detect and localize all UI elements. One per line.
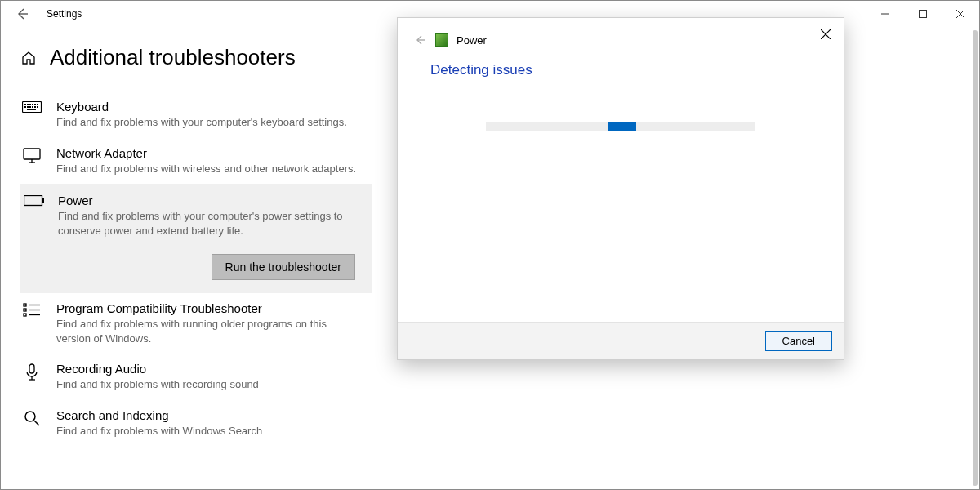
settings-window: Settings Additional troubleshooters Keyb…	[0, 0, 980, 490]
item-title: Search and Indexing	[56, 408, 363, 422]
svg-rect-16	[37, 106, 38, 108]
dialog-close-button[interactable]	[817, 26, 834, 42]
dialog-status: Detecting issues	[430, 62, 811, 78]
svg-rect-14	[32, 106, 33, 108]
maximize-button[interactable]	[904, 1, 942, 27]
svg-rect-7	[29, 104, 31, 105]
item-title: Network Adapter	[56, 146, 363, 160]
item-desc: Find and fix problems with your computer…	[58, 209, 363, 238]
svg-rect-5	[24, 104, 26, 105]
svg-rect-11	[24, 106, 26, 108]
close-icon	[821, 29, 831, 39]
troubleshooter-compat[interactable]: Program Compatibility Troubleshooter Fin…	[20, 293, 372, 354]
list-icon	[23, 303, 41, 318]
close-icon	[956, 10, 964, 18]
item-desc: Find and fix problems with recording sou…	[56, 377, 363, 392]
search-icon	[24, 410, 40, 426]
svg-rect-29	[29, 364, 34, 373]
item-title: Program Compatibility Troubleshooter	[56, 301, 363, 315]
svg-rect-9	[34, 104, 36, 105]
arrow-left-icon	[414, 34, 425, 46]
item-title: Recording Audio	[56, 362, 363, 376]
svg-rect-15	[34, 106, 36, 108]
svg-rect-24	[24, 309, 26, 311]
troubleshooter-keyboard[interactable]: Keyboard Find and fix problems with your…	[20, 91, 372, 138]
svg-rect-13	[29, 106, 31, 108]
svg-rect-21	[24, 196, 42, 206]
svg-rect-6	[27, 104, 29, 105]
svg-rect-23	[24, 304, 26, 306]
item-title: Power	[58, 194, 363, 207]
svg-rect-22	[42, 198, 44, 203]
item-desc: Find and fix problems with your computer…	[56, 115, 363, 130]
troubleshooter-list: Keyboard Find and fix problems with your…	[20, 91, 372, 446]
troubleshooter-network[interactable]: Network Adapter Find and fix problems wi…	[20, 138, 372, 185]
maximize-icon	[919, 10, 927, 18]
item-desc: Find and fix problems with running older…	[56, 317, 363, 345]
run-troubleshooter-button[interactable]: Run the troubleshooter	[212, 254, 355, 280]
svg-point-32	[25, 412, 35, 421]
progress-chunk	[608, 122, 636, 131]
close-button[interactable]	[942, 1, 979, 27]
troubleshooter-power[interactable]: Power Find and fix problems with your co…	[20, 184, 372, 293]
arrow-left-icon	[16, 7, 29, 20]
item-desc: Find and fix problems with Windows Searc…	[56, 424, 363, 439]
home-icon[interactable]	[20, 50, 37, 66]
svg-rect-17	[27, 109, 36, 110]
dialog-body: Detecting issues	[398, 47, 844, 322]
svg-rect-25	[24, 314, 26, 316]
troubleshooter-dialog: Power Detecting issues Cancel	[397, 17, 844, 360]
power-icon	[435, 33, 448, 47]
svg-rect-12	[27, 106, 29, 108]
cancel-button[interactable]: Cancel	[765, 331, 832, 351]
page-title: Additional troubleshooters	[50, 45, 296, 70]
back-button[interactable]	[14, 6, 30, 22]
microphone-icon	[24, 363, 39, 381]
battery-icon	[24, 195, 45, 207]
scrollbar[interactable]	[973, 30, 978, 486]
dialog-header: Power	[398, 18, 844, 47]
troubleshooter-recording[interactable]: Recording Audio Find and fix problems wi…	[20, 354, 372, 400]
item-desc: Find and fix problems with wireless and …	[56, 162, 363, 176]
minimize-icon	[881, 10, 889, 18]
dialog-footer: Cancel	[398, 322, 844, 359]
window-title: Settings	[47, 8, 82, 20]
progress-bar	[486, 122, 755, 131]
svg-rect-18	[24, 149, 40, 159]
keyboard-icon	[22, 101, 42, 114]
monitor-icon	[22, 148, 42, 164]
minimize-button[interactable]	[866, 1, 904, 27]
troubleshooter-search[interactable]: Search and Indexing Find and fix problem…	[20, 400, 372, 447]
svg-rect-8	[32, 104, 33, 105]
svg-rect-10	[37, 104, 38, 105]
dialog-back-button[interactable]	[412, 33, 427, 47]
dialog-title: Power	[457, 34, 487, 47]
window-controls	[866, 1, 979, 27]
svg-rect-1	[920, 11, 927, 18]
item-title: Keyboard	[56, 100, 363, 114]
svg-line-33	[34, 421, 39, 425]
